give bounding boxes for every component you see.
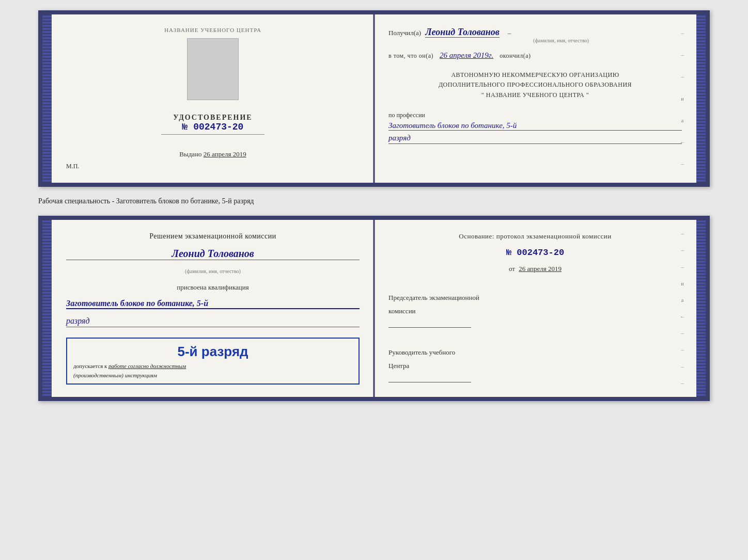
rukovoditel-block: Руководитель учебного Центра bbox=[388, 343, 682, 382]
stamp-dopuskaetsya: допускается к работе согласно должностны… bbox=[73, 363, 352, 369]
profession-block: по профессии Заготовитель блоков по бота… bbox=[388, 111, 682, 144]
rukovoditel-signature-line bbox=[388, 372, 471, 382]
org-line2: ДОПОЛНИТЕЛЬНОГО ПРОФЕССИОНАЛЬНОГО ОБРАЗО… bbox=[388, 80, 682, 90]
udostoverenie-title: УДОСТОВЕРЕНИЕ bbox=[161, 114, 264, 122]
protocol-number: № 002473-20 bbox=[388, 248, 682, 258]
recipient-block: Получил(а) Леонид Толованов – (фамилия, … bbox=[388, 27, 682, 43]
bottom-document: Решением экзаменационной комиссии Леонид… bbox=[38, 216, 710, 401]
spine-left-bottom bbox=[42, 220, 52, 397]
stamp-instruktsiyam: (производственным) инструкциям bbox=[73, 372, 352, 378]
training-center-label: НАЗВАНИЕ УЧЕБНОГО ЦЕНТРА bbox=[164, 27, 261, 33]
prisvoena-text: присвоена квалификация bbox=[66, 283, 360, 292]
side-marks: – – – и а ← – bbox=[680, 14, 685, 183]
ot-date: от 26 апреля 2019 bbox=[388, 265, 682, 273]
predsedatel-block: Председатель экзаменационной комиссии bbox=[388, 289, 682, 328]
spine-right bbox=[696, 14, 706, 183]
razryad-bottom: разряд bbox=[66, 316, 360, 327]
fio-subtitle: (фамилия, имя, отчество) bbox=[440, 38, 682, 43]
predsedatel-signature-line bbox=[388, 317, 471, 328]
osnovanie-label: Основание: протокол экзаменационной коми… bbox=[388, 232, 682, 241]
spine-left bbox=[42, 14, 52, 183]
stamp-box: 5-й разряд допускается к работе согласно… bbox=[66, 338, 360, 385]
razryad-value: разряд bbox=[388, 134, 682, 144]
vydano-block: Выдано 26 апреля 2019 bbox=[179, 150, 246, 158]
top-document: НАЗВАНИЕ УЧЕБНОГО ЦЕНТРА УДОСТОВЕРЕНИЕ №… bbox=[38, 10, 710, 187]
resheniem-heading: Решением экзаменационной комиссии bbox=[66, 232, 360, 241]
udostoverenie-number: № 002473-20 bbox=[161, 122, 264, 132]
qualification-text: Заготовитель блоков по ботанике, 5-й bbox=[66, 299, 360, 309]
mp-stamp: М.П. bbox=[66, 163, 79, 170]
annotation: Рабочая специальность - Заготовитель бло… bbox=[38, 195, 710, 207]
bottom-doc-left-page: Решением экзаменационной комиссии Леонид… bbox=[52, 220, 374, 397]
profession-value: Заготовитель блоков по ботанике, 5-й bbox=[388, 121, 682, 131]
v-tom-block: в том, что он(а) 26 апреля 2019г. окончи… bbox=[388, 51, 682, 61]
stamp-rank: 5-й разряд bbox=[73, 344, 352, 360]
top-doc-left-page: НАЗВАНИЕ УЧЕБНОГО ЦЕНТРА УДОСТОВЕРЕНИЕ №… bbox=[52, 14, 374, 183]
top-doc-right-page: Получил(а) Леонид Толованов – (фамилия, … bbox=[374, 14, 696, 183]
fio-sub: (фамилия, имя, отчество) bbox=[66, 268, 360, 274]
udostoverenie-block: УДОСТОВЕРЕНИЕ № 002473-20 bbox=[161, 114, 264, 136]
bottom-doc-right-page: Основание: протокол экзаменационной коми… bbox=[374, 220, 696, 397]
org-line3: " НАЗВАНИЕ УЧЕБНОГО ЦЕНТРА " bbox=[388, 90, 682, 100]
photo-placeholder bbox=[187, 38, 239, 100]
org-block: АВТОНОМНУЮ НЕКОММЕРЧЕСКУЮ ОРГАНИЗАЦИЮ ДО… bbox=[388, 70, 682, 100]
side-marks-bottom: – – – и а ← – – – – bbox=[680, 220, 685, 397]
fio-handwritten: Леонид Толованов bbox=[66, 248, 360, 260]
spine-right-bottom bbox=[696, 220, 706, 397]
org-line1: АВТОНОМНУЮ НЕКОММЕРЧЕСКУЮ ОРГАНИЗАЦИЮ bbox=[388, 70, 682, 80]
